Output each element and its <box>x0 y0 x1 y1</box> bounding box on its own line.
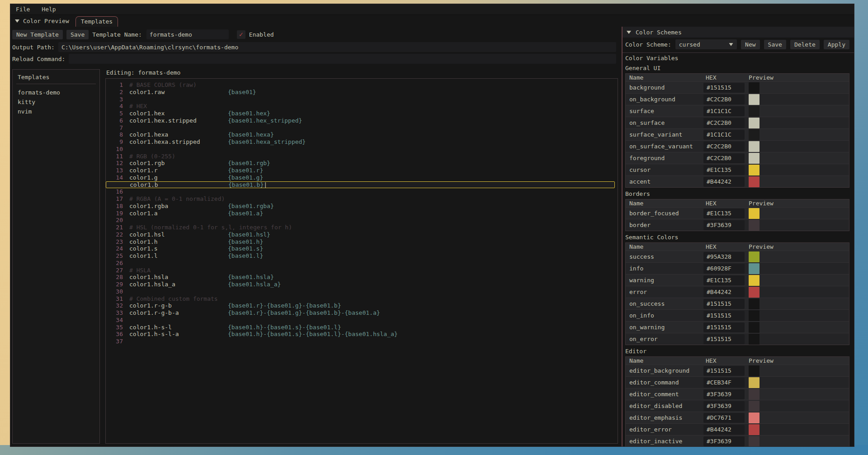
code-line[interactable]: 26 <box>106 260 618 267</box>
color-swatch[interactable] <box>749 141 760 152</box>
hex-input[interactable]: #3F3639 <box>703 436 745 446</box>
hex-input[interactable]: #60928F <box>703 264 745 274</box>
hex-input[interactable]: #151515 <box>703 334 745 344</box>
code-line[interactable]: 32color1.r-g-b{base01.r}-{base01.g}-{bas… <box>106 302 618 309</box>
code-line[interactable]: 10 <box>106 146 618 153</box>
color-swatch[interactable] <box>749 389 760 400</box>
color-swatch[interactable] <box>749 251 760 262</box>
color-swatch[interactable] <box>749 322 760 333</box>
hex-input[interactable]: #1C1C1C <box>703 106 745 116</box>
tab-templates[interactable]: Templates <box>75 16 118 27</box>
code-line[interactable]: 3 <box>106 96 618 103</box>
hex-input[interactable]: #3F3639 <box>703 401 745 411</box>
template-item[interactable]: nvim <box>18 107 94 116</box>
hex-input[interactable]: #C2C2B0 <box>703 153 745 163</box>
color-swatch[interactable] <box>749 401 760 412</box>
code-line[interactable]: 9color1.hexa.stripped{base01.hexa_stripp… <box>106 138 618 146</box>
hex-input[interactable]: #3F3639 <box>703 220 745 230</box>
hex-input[interactable]: #95A328 <box>703 252 745 262</box>
color-swatch[interactable] <box>749 153 760 164</box>
hex-input[interactable]: #3F3639 <box>703 389 745 399</box>
code-line[interactable]: 37 <box>106 338 618 345</box>
code-line[interactable]: 12color1.rgb{base01.rgb} <box>106 160 618 167</box>
hex-input[interactable]: #B44242 <box>703 425 745 435</box>
code-line[interactable]: 4# HEX <box>106 103 618 110</box>
template-item[interactable]: formats-demo <box>18 88 94 97</box>
code-line[interactable]: 35color1.h-s-l{base01.h}-{base01.s}-{bas… <box>106 324 618 331</box>
hex-input[interactable]: #151515 <box>703 83 745 93</box>
color-swatch[interactable] <box>749 208 760 219</box>
code-line[interactable]: 30 <box>106 288 618 295</box>
hex-input[interactable]: #E1C135 <box>703 209 745 218</box>
hex-input[interactable]: #B44242 <box>703 287 745 297</box>
menu-file[interactable]: File <box>16 6 30 13</box>
new-template-button[interactable]: New Template <box>12 30 63 39</box>
code-line[interactable]: 24color1.s{base01.s} <box>106 245 618 252</box>
code-line[interactable]: 7 <box>106 124 618 132</box>
hex-input[interactable]: #151515 <box>703 366 745 376</box>
hex-input[interactable]: #151515 <box>703 311 745 321</box>
hex-input[interactable]: #E1C135 <box>703 165 745 175</box>
code-line[interactable]: 14color1.g{base01.g} <box>106 174 618 181</box>
code-line[interactable]: 36color1.h-s-l-a{base01.h}-{base01.s}-{b… <box>106 331 618 338</box>
color-schemes-header[interactable]: Color Schemes <box>623 27 854 38</box>
color-swatch[interactable] <box>749 82 760 93</box>
code-line[interactable]: 2color1.raw{base01} <box>106 89 618 96</box>
hex-input[interactable]: #C2C2B0 <box>703 118 745 128</box>
code-line[interactable]: 17# RGBA (A = 0-1 normalized) <box>106 195 618 203</box>
scheme-delete-button[interactable]: Delete <box>790 40 820 49</box>
code-line[interactable]: 20 <box>106 217 618 224</box>
hex-input[interactable]: #151515 <box>703 322 745 332</box>
code-line[interactable]: 13color1.r{base01.r} <box>106 167 618 174</box>
code-line[interactable]: 25color1.l{base01.l} <box>106 252 618 260</box>
output-path-input[interactable]: C:\Users\user\AppData\Roaming\clrsync\fo… <box>58 42 616 52</box>
color-swatch[interactable] <box>749 334 760 345</box>
code-line[interactable]: 19color1.a{base01.a} <box>106 210 618 217</box>
color-swatch[interactable] <box>749 165 760 175</box>
color-swatch[interactable] <box>749 412 760 423</box>
color-swatch[interactable] <box>749 310 760 321</box>
hex-input[interactable]: #1C1C1C <box>703 130 745 140</box>
code-line[interactable]: 31# Combined custom formats <box>106 295 618 303</box>
collapse-arrow-icon[interactable] <box>15 19 19 23</box>
color-swatch[interactable] <box>749 275 760 286</box>
code-line[interactable]: 6color1.hex.stripped{base01.hex_stripped… <box>106 117 618 124</box>
color-swatch[interactable] <box>749 129 760 140</box>
color-swatch[interactable] <box>749 436 760 447</box>
code-line[interactable]: 16 <box>106 188 618 195</box>
code-line[interactable]: 11# RGB (0-255) <box>106 153 618 160</box>
hex-input[interactable]: #E1C135 <box>703 275 745 285</box>
scheme-new-button[interactable]: New <box>741 40 760 49</box>
code-line[interactable]: 23color1.h{base01.h} <box>106 238 618 246</box>
code-line[interactable]: 33color1.r-g-b-a{base01.r}-{base01.g}-{b… <box>106 309 618 317</box>
code-line[interactable]: 18color1.rgba{base01.rgba} <box>106 203 618 210</box>
hex-input[interactable]: #B44242 <box>703 177 745 187</box>
color-swatch[interactable] <box>749 94 760 105</box>
code-line[interactable]: 28color1.hsla{base01.hsla} <box>106 274 618 281</box>
color-swatch[interactable] <box>749 287 760 298</box>
template-item[interactable]: kitty <box>18 97 94 107</box>
template-name-input[interactable]: formats-demo <box>146 29 229 39</box>
hex-input[interactable]: #C2C2B0 <box>703 142 745 152</box>
color-swatch[interactable] <box>749 365 760 376</box>
hex-input[interactable]: #C2C2B0 <box>703 95 745 104</box>
code-line[interactable]: 34 <box>106 317 618 324</box>
color-swatch[interactable] <box>749 424 760 435</box>
code-line[interactable]: 5color1.hex{base01.hex} <box>106 110 618 117</box>
hex-input[interactable]: #DC7671 <box>703 413 745 423</box>
code-line[interactable]: 8color1.hexa{base01.hexa} <box>106 131 618 138</box>
color-swatch[interactable] <box>749 118 760 128</box>
code-line[interactable]: 22color1.hsl{base01.hsl} <box>106 231 618 238</box>
reload-command-input[interactable] <box>69 54 616 64</box>
color-swatch[interactable] <box>749 220 760 231</box>
color-swatch[interactable] <box>749 106 760 117</box>
code-line[interactable]: 27# HSLA <box>106 267 618 274</box>
hex-input[interactable]: #151515 <box>703 299 745 309</box>
hex-input[interactable]: #CEB34F <box>703 378 745 388</box>
color-swatch[interactable] <box>749 263 760 274</box>
color-swatch[interactable] <box>749 176 760 187</box>
scheme-save-button[interactable]: Save <box>764 40 786 49</box>
menu-help[interactable]: Help <box>42 6 56 13</box>
scheme-apply-button[interactable]: Apply <box>824 40 849 49</box>
save-template-button[interactable]: Save <box>66 30 89 39</box>
